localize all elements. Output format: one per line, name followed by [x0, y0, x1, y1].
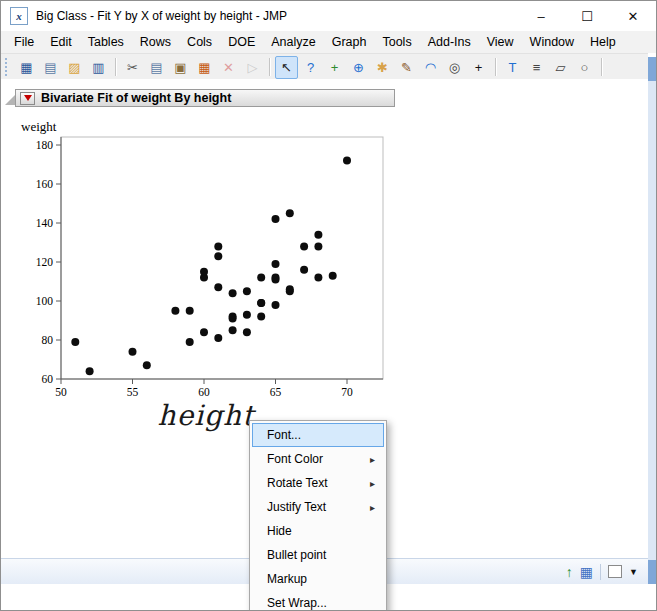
- arrow-tool-button[interactable]: ↖: [275, 56, 298, 79]
- scatter-point[interactable]: [229, 326, 237, 334]
- paste-button[interactable]: ▣: [169, 56, 192, 79]
- menu-graph[interactable]: Graph: [324, 33, 375, 51]
- y-tick-label: 100: [36, 295, 54, 307]
- scatter-point[interactable]: [229, 289, 237, 297]
- context-menu-item-justify-text[interactable]: Justify Text▸: [252, 495, 384, 519]
- context-menu-item-rotate-text[interactable]: Rotate Text▸: [252, 471, 384, 495]
- scatter-point[interactable]: [300, 266, 308, 274]
- toolbar-buttons: ▦▤▨▥✂▤▣▦✕▷↖?+⊕✱✎◠◎+T≡▱○: [15, 56, 606, 79]
- scatter-point[interactable]: [243, 328, 251, 336]
- context-menu-item-bullet-point[interactable]: Bullet point: [252, 543, 384, 567]
- copy-button[interactable]: ▤: [145, 56, 168, 79]
- status-data-table-icon[interactable]: ▦: [580, 565, 593, 579]
- scatter-point[interactable]: [272, 301, 280, 309]
- scatter-plot[interactable]: 60801001201401601805055606570: [25, 131, 395, 407]
- vertical-scrollbar[interactable]: [648, 57, 656, 584]
- scatter-point[interactable]: [186, 338, 194, 346]
- delete-button[interactable]: ✕: [217, 56, 240, 79]
- jmp-app-icon-glyph: x: [16, 10, 22, 22]
- scatter-point[interactable]: [243, 287, 251, 295]
- globe-tool-button[interactable]: ⊕: [347, 56, 370, 79]
- scatter-point[interactable]: [171, 307, 179, 315]
- status-window-up-icon[interactable]: ↑: [566, 565, 573, 579]
- menu-edit[interactable]: Edit: [42, 33, 80, 51]
- outline-header[interactable]: Bivariate Fit of weight By height: [15, 89, 395, 107]
- menu-view[interactable]: View: [479, 33, 522, 51]
- scatter-point[interactable]: [200, 268, 208, 276]
- toolbar-grip-handle[interactable]: [5, 58, 11, 76]
- scatter-point[interactable]: [286, 285, 294, 293]
- scatter-point[interactable]: [272, 260, 280, 268]
- oval-tool-button[interactable]: ○: [573, 56, 596, 79]
- open-button[interactable]: ▨: [63, 56, 86, 79]
- scatter-point[interactable]: [229, 313, 237, 321]
- menu-file[interactable]: File: [6, 33, 42, 51]
- scrollbar-thumb[interactable]: [648, 57, 656, 81]
- scatter-point[interactable]: [314, 274, 322, 282]
- close-button[interactable]: ✕: [610, 1, 656, 31]
- save-button[interactable]: ▥: [87, 56, 110, 79]
- scatter-point[interactable]: [71, 338, 79, 346]
- scatter-point[interactable]: [257, 299, 265, 307]
- scatter-point[interactable]: [257, 274, 265, 282]
- scatter-point[interactable]: [86, 367, 94, 375]
- crosshair-tool-button[interactable]: +: [467, 56, 490, 79]
- context-menu-item-font-color[interactable]: Font Color▸: [252, 447, 384, 471]
- menu-doe[interactable]: DOE: [220, 33, 263, 51]
- menu-cols[interactable]: Cols: [179, 33, 220, 51]
- scatter-point[interactable]: [272, 274, 280, 282]
- scatter-point[interactable]: [343, 157, 351, 165]
- scatter-point[interactable]: [329, 272, 337, 280]
- scatter-point[interactable]: [129, 348, 137, 356]
- scatter-point[interactable]: [214, 283, 222, 291]
- menu-analyze[interactable]: Analyze: [263, 33, 323, 51]
- brush-tool-button[interactable]: ✎: [395, 56, 418, 79]
- toolbar: ▦▤▨▥✂▤▣▦✕▷↖?+⊕✱✎◠◎+T≡▱○: [1, 53, 648, 81]
- scatter-point[interactable]: [300, 242, 308, 250]
- scatter-point[interactable]: [314, 242, 322, 250]
- context-menu-item-hide[interactable]: Hide: [252, 519, 384, 543]
- menu-add-ins[interactable]: Add-Ins: [420, 33, 479, 51]
- scatter-point[interactable]: [286, 209, 294, 217]
- hand-tool-button[interactable]: ✱: [371, 56, 394, 79]
- cut-button[interactable]: ✂: [121, 56, 144, 79]
- scatter-point[interactable]: [200, 328, 208, 336]
- scatter-point[interactable]: [214, 334, 222, 342]
- context-menu-item-font[interactable]: Font...: [252, 423, 384, 447]
- scatter-point[interactable]: [257, 313, 265, 321]
- context-menu-item-set-wrap[interactable]: Set Wrap...: [252, 591, 384, 611]
- zoom-tool-button[interactable]: ◎: [443, 56, 466, 79]
- help-tool-button[interactable]: ?: [299, 56, 322, 79]
- scatter-point[interactable]: [186, 307, 194, 315]
- run-script-button[interactable]: ▷: [241, 56, 264, 79]
- maximize-button[interactable]: ☐: [564, 1, 610, 31]
- polygon-tool-button[interactable]: ▱: [549, 56, 572, 79]
- context-menu-item-label: Markup: [267, 572, 307, 586]
- context-menu-item-markup[interactable]: Markup: [252, 567, 384, 591]
- data-table-icon: ▦: [198, 60, 210, 75]
- annotate-tool-button[interactable]: T: [501, 56, 524, 79]
- new-journal-button[interactable]: ▤: [39, 56, 62, 79]
- jmp-app-icon: x: [10, 7, 28, 25]
- scatter-point[interactable]: [243, 311, 251, 319]
- menu-window[interactable]: Window: [522, 33, 582, 51]
- scrollbar-down-control[interactable]: [648, 560, 656, 584]
- scatter-point[interactable]: [214, 242, 222, 250]
- menu-rows[interactable]: Rows: [132, 33, 179, 51]
- new-data-table-button[interactable]: ▦: [15, 56, 38, 79]
- line-tool-button[interactable]: ≡: [525, 56, 548, 79]
- move-tool-button[interactable]: +: [323, 56, 346, 79]
- lasso-tool-button[interactable]: ◠: [419, 56, 442, 79]
- minimize-button[interactable]: –: [518, 1, 564, 31]
- scatter-point[interactable]: [272, 215, 280, 223]
- scatter-point[interactable]: [143, 361, 151, 369]
- status-dropdown-triangle-icon[interactable]: ▼: [629, 567, 638, 577]
- status-checkbox[interactable]: [608, 565, 622, 578]
- data-table-button[interactable]: ▦: [193, 56, 216, 79]
- scatter-point[interactable]: [314, 231, 322, 239]
- menu-tools[interactable]: Tools: [374, 33, 419, 51]
- menu-help[interactable]: Help: [582, 33, 624, 51]
- red-triangle-menu-button[interactable]: [20, 92, 35, 105]
- scatter-point[interactable]: [214, 252, 222, 260]
- menu-tables[interactable]: Tables: [80, 33, 132, 51]
